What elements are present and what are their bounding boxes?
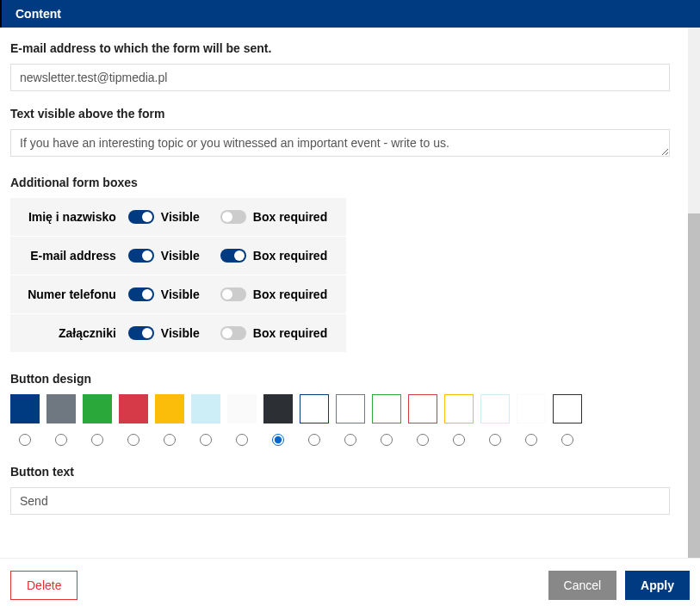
color-radio-cell	[553, 434, 582, 446]
content-area: E-mail address to which the form will be…	[0, 28, 700, 559]
text-above-label: Text visible above the form	[10, 107, 690, 121]
required-toggle[interactable]	[220, 249, 246, 263]
color-radio-cell	[191, 434, 220, 446]
color-radio-cell	[444, 434, 474, 446]
visible-toggle[interactable]	[128, 210, 154, 224]
visible-cell: Visible	[128, 249, 220, 263]
color-swatch[interactable]	[444, 394, 474, 423]
required-toggle[interactable]	[220, 287, 246, 301]
color-swatch[interactable]	[119, 394, 148, 423]
color-radio[interactable]	[489, 434, 501, 446]
required-toggle[interactable]	[220, 326, 246, 340]
delete-button[interactable]: Delete	[10, 571, 77, 600]
form-boxes-label: Additional form boxes	[10, 176, 690, 189]
required-cell: Box required	[220, 249, 338, 263]
footer-right: Cancel Apply	[548, 571, 690, 600]
color-radio-cell	[227, 434, 257, 446]
color-swatch[interactable]	[372, 394, 401, 423]
color-radio[interactable]	[164, 434, 176, 446]
text-above-input[interactable]	[10, 129, 670, 157]
color-radio-row	[10, 434, 690, 446]
color-swatch[interactable]	[191, 394, 220, 423]
color-swatch[interactable]	[83, 394, 112, 423]
color-radio[interactable]	[127, 434, 139, 446]
color-radio-cell	[408, 434, 437, 446]
required-label: Box required	[253, 210, 327, 224]
button-text-label: Button text	[10, 465, 690, 479]
required-cell: Box required	[220, 326, 338, 340]
color-radio-cell	[300, 434, 329, 446]
color-radio[interactable]	[236, 434, 248, 446]
footer: Delete Cancel Apply	[0, 558, 700, 612]
form-box-row: Numer telefonuVisibleBox required	[10, 275, 346, 314]
color-swatch[interactable]	[46, 394, 76, 423]
button-design-label: Button design	[10, 372, 690, 386]
color-swatch[interactable]	[300, 394, 329, 423]
email-input[interactable]	[10, 64, 670, 91]
form-box-row: ZałącznikiVisibleBox required	[10, 314, 346, 353]
color-radio[interactable]	[561, 434, 573, 446]
form-box-name: E-mail address	[19, 249, 128, 263]
required-cell: Box required	[220, 210, 338, 224]
email-label: E-mail address to which the form will be…	[10, 41, 690, 55]
color-radio-cell	[46, 434, 76, 446]
color-radio[interactable]	[308, 434, 320, 446]
visible-label: Visible	[161, 326, 200, 340]
color-radio-cell	[372, 434, 401, 446]
form-box-name: Załączniki	[19, 326, 128, 340]
visible-cell: Visible	[128, 210, 220, 224]
color-radio-cell	[119, 434, 148, 446]
panel-title: Content	[15, 7, 61, 21]
color-swatch[interactable]	[263, 394, 293, 423]
color-radio-cell	[263, 434, 293, 446]
color-swatch[interactable]	[155, 394, 184, 423]
color-swatch[interactable]	[480, 394, 510, 423]
color-radio[interactable]	[381, 434, 393, 446]
color-swatches-row	[10, 394, 690, 423]
color-swatch[interactable]	[553, 394, 582, 423]
button-text-input[interactable]	[10, 487, 670, 515]
required-label: Box required	[253, 287, 327, 301]
color-radio[interactable]	[91, 434, 103, 446]
color-swatch[interactable]	[408, 394, 437, 423]
color-radio[interactable]	[525, 434, 537, 446]
color-swatch[interactable]	[336, 394, 365, 423]
color-radio[interactable]	[453, 434, 465, 446]
color-radio[interactable]	[417, 434, 429, 446]
color-swatch[interactable]	[10, 394, 40, 423]
color-radio-cell	[517, 434, 546, 446]
visible-label: Visible	[161, 287, 200, 301]
color-radio[interactable]	[200, 434, 212, 446]
visible-toggle[interactable]	[128, 249, 154, 263]
required-label: Box required	[253, 326, 327, 340]
visible-toggle[interactable]	[128, 287, 154, 301]
panel-header: Content	[0, 0, 700, 28]
color-radio-cell	[83, 434, 112, 446]
color-radio[interactable]	[55, 434, 67, 446]
color-radio-cell	[10, 434, 40, 446]
form-box-name: Numer telefonu	[19, 287, 128, 301]
color-radio-cell	[336, 434, 365, 446]
color-swatch[interactable]	[227, 394, 257, 423]
required-label: Box required	[253, 249, 327, 263]
visible-cell: Visible	[128, 326, 220, 340]
form-box-name: Imię i nazwisko	[19, 210, 128, 224]
color-radio[interactable]	[272, 434, 284, 446]
color-swatch[interactable]	[517, 394, 546, 423]
visible-label: Visible	[161, 249, 200, 263]
required-cell: Box required	[220, 287, 338, 301]
visible-cell: Visible	[128, 287, 220, 301]
required-toggle[interactable]	[220, 210, 246, 224]
apply-button[interactable]: Apply	[625, 571, 690, 600]
form-box-row: Imię i nazwiskoVisibleBox required	[10, 198, 346, 237]
form-box-row: E-mail addressVisibleBox required	[10, 237, 346, 275]
cancel-button[interactable]: Cancel	[548, 571, 617, 600]
color-radio-cell	[480, 434, 510, 446]
color-radio[interactable]	[344, 434, 356, 446]
visible-toggle[interactable]	[128, 326, 154, 340]
color-radio[interactable]	[19, 434, 31, 446]
color-radio-cell	[155, 434, 184, 446]
form-boxes-table: Imię i nazwiskoVisibleBox requiredE-mail…	[10, 198, 346, 353]
visible-label: Visible	[161, 210, 200, 224]
